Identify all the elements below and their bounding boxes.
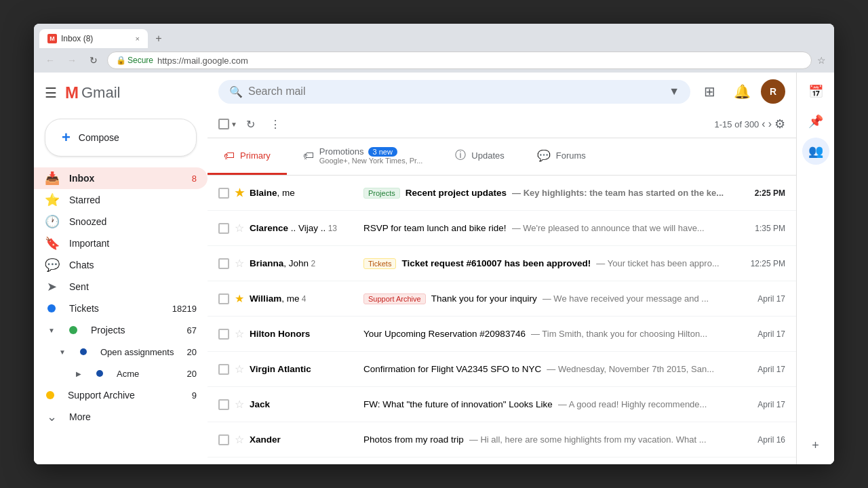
settings-icon-button[interactable]: ⚙: [774, 117, 785, 131]
acme-label: Acme: [117, 369, 176, 379]
bell-icon-button[interactable]: 🔔: [728, 78, 755, 105]
tab-primary[interactable]: 🏷 Primary: [208, 138, 287, 175]
browser-tab[interactable]: M Inbox (8) ×: [39, 29, 148, 48]
star-icon[interactable]: ★: [235, 186, 244, 199]
email-checkbox[interactable]: [218, 329, 229, 340]
back-button[interactable]: ←: [42, 52, 58, 68]
updates-tab-label: Updates: [471, 150, 504, 161]
email-time: April 17: [757, 294, 785, 304]
sidebar-item-acme[interactable]: ▶ Acme 20: [34, 363, 208, 384]
search-box[interactable]: 🔍 Search mail ▼: [218, 80, 690, 104]
email-subject: Thank you for your inquiry: [431, 293, 537, 304]
select-all-checkbox[interactable]: [218, 119, 229, 129]
email-checkbox[interactable]: [218, 364, 229, 375]
sender-name: Virgin Atlantic: [250, 364, 358, 374]
email-checkbox[interactable]: [218, 399, 229, 410]
email-body: Support ArchiveThank you for your inquir…: [363, 293, 747, 304]
email-checkbox[interactable]: [218, 223, 229, 234]
email-row[interactable]: ☆Hilton HonorsYour Upcoming Reservation …: [208, 317, 796, 352]
open-assignments-dot-icon: [80, 348, 87, 355]
add-app-button[interactable]: +: [802, 432, 829, 459]
prev-page-button[interactable]: ‹: [762, 118, 765, 130]
star-icon[interactable]: ★: [235, 292, 244, 305]
star-icon[interactable]: ☆: [235, 327, 244, 340]
sidebar-item-support-archive[interactable]: Support Archive 9: [34, 384, 208, 406]
email-time: April 17: [757, 400, 785, 409]
tab-close-button[interactable]: ×: [136, 35, 140, 43]
sidebar-item-sent[interactable]: ➤ Sent: [34, 276, 208, 298]
select-all-container[interactable]: ▼: [218, 119, 237, 129]
primary-tab-icon: 🏷: [224, 150, 235, 162]
email-row[interactable]: ★William, me 4Support ArchiveThank you f…: [208, 281, 796, 317]
toolbar: ▼ ↻ ⋮ 1-15 of 300 ‹ › ⚙: [208, 110, 796, 138]
email-checkbox[interactable]: [218, 293, 229, 304]
email-row[interactable]: ☆Virgin AtlanticConfirmation for Flight …: [208, 352, 796, 387]
email-checkbox[interactable]: [218, 434, 229, 445]
promotions-tab-icon: 🏷: [303, 150, 314, 162]
star-icon[interactable]: ☆: [235, 257, 244, 270]
hamburger-icon[interactable]: ☰: [45, 85, 57, 101]
page-range: 1-15 of 300: [715, 119, 760, 129]
more-options-button[interactable]: ⋮: [264, 113, 286, 135]
sidebar-item-open-assignments[interactable]: ▼ Open assignments 20: [34, 341, 208, 363]
avatar[interactable]: R: [761, 79, 785, 104]
support-archive-dot-icon: [46, 391, 54, 399]
compose-plus-icon: +: [62, 129, 71, 146]
refresh-button[interactable]: ↻: [85, 52, 102, 68]
email-tag: Projects: [363, 188, 400, 199]
top-bar: 🔍 Search mail ▼ ⊞ 🔔 R: [208, 73, 796, 110]
email-row[interactable]: ☆XanderPhotos from my road trip — Hi all…: [208, 422, 796, 458]
email-row[interactable]: ★Blaine, meProjectsRecent project update…: [208, 176, 796, 211]
star-icon[interactable]: ☆: [235, 398, 244, 411]
sidebar-item-chats[interactable]: 💬 Chats: [34, 254, 208, 276]
sidebar: ☰ M Gmail + Compose 📥 Inbox 8 ⭐ Starred: [34, 73, 208, 464]
sidebar-item-tickets[interactable]: Tickets 18219: [34, 298, 208, 319]
compose-button[interactable]: + Compose: [45, 119, 197, 157]
refresh-button[interactable]: ↻: [240, 113, 262, 135]
new-tab-button[interactable]: +: [151, 30, 167, 47]
tab-forums[interactable]: 💬 Forums: [521, 138, 602, 175]
email-row[interactable]: ☆Richard, Matthew, me 3Product Strategy …: [208, 458, 796, 464]
email-row[interactable]: ☆Clarence .. Vijay .. 13RSVP for team lu…: [208, 211, 796, 246]
star-icon[interactable]: ☆: [235, 363, 244, 375]
star-icon[interactable]: ☆: [235, 222, 244, 235]
email-tag: Tickets: [363, 258, 396, 269]
tab-promotions[interactable]: 🏷 Promotions 3 new Google+, New York Tim…: [287, 138, 439, 175]
sidebar-item-important[interactable]: 🔖 Important: [34, 232, 208, 254]
contacts-icon-button[interactable]: 👥: [802, 138, 829, 165]
sidebar-item-starred[interactable]: ⭐ Starred: [34, 189, 208, 211]
address-input[interactable]: 🔒 Secure https://mail.google.com: [107, 52, 812, 69]
email-preview: — We're pleased to announce that we will…: [512, 223, 745, 233]
important-icon: 🔖: [45, 236, 58, 251]
email-time: April 17: [757, 365, 785, 374]
keep-icon-button[interactable]: 📌: [802, 108, 829, 135]
acme-dot-icon: [96, 370, 103, 377]
forums-tab-icon: 💬: [537, 149, 551, 162]
email-body: Confirmation for Flight VA2345 SFO to NY…: [363, 364, 747, 374]
open-assignments-badge: 20: [187, 347, 197, 357]
sidebar-item-projects[interactable]: ▼ Projects 67: [34, 319, 208, 341]
next-page-button[interactable]: ›: [768, 118, 772, 130]
tab-updates[interactable]: ⓘ Updates: [439, 138, 520, 175]
tab-favicon: M: [47, 34, 57, 43]
email-checkbox[interactable]: [218, 188, 229, 199]
email-preview: — Wednesday, November 7th 2015, San...: [547, 364, 747, 374]
email-row[interactable]: ☆JackFW: What "the future of innovation"…: [208, 387, 796, 422]
calendar-icon-button[interactable]: 📅: [802, 78, 829, 105]
forward-button[interactable]: →: [64, 52, 80, 68]
sidebar-item-snoozed[interactable]: 🕐 Snoozed: [34, 211, 208, 232]
apps-icon-button[interactable]: ⊞: [696, 78, 723, 105]
star-icon[interactable]: ☆: [235, 433, 244, 446]
email-row[interactable]: ☆Brianna, John 2TicketsTicket request #6…: [208, 246, 796, 281]
url-text: https://mail.google.com: [157, 56, 248, 66]
bookmark-button[interactable]: ☆: [817, 55, 826, 66]
more-label: More: [69, 411, 197, 422]
search-dropdown-icon[interactable]: ▼: [669, 85, 679, 98]
updates-tab-icon: ⓘ: [455, 148, 466, 163]
email-checkbox[interactable]: [218, 258, 229, 269]
select-dropdown-icon[interactable]: ▼: [231, 121, 237, 128]
sidebar-item-more[interactable]: ⌄ More: [34, 406, 208, 428]
email-body: Your Upcoming Reservation #20983746 — Ti…: [363, 329, 747, 339]
email-body: ProjectsRecent project updates — Key hig…: [363, 188, 744, 199]
sidebar-item-inbox[interactable]: 📥 Inbox 8: [34, 167, 208, 189]
